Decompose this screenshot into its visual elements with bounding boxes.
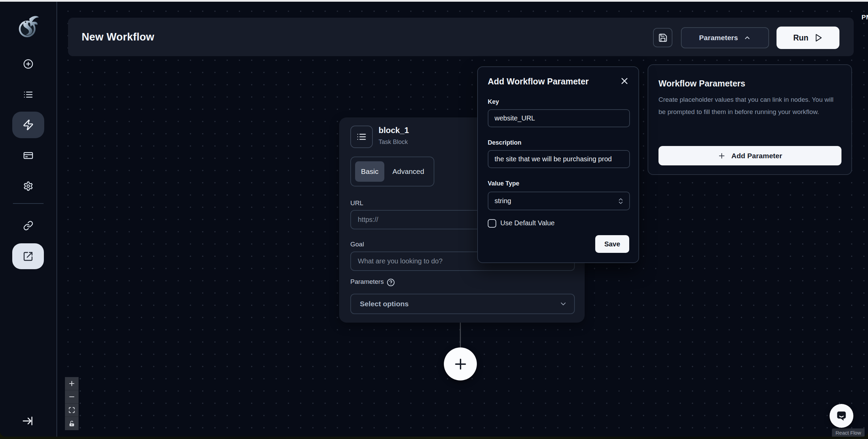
maximize-icon: [68, 407, 75, 413]
parameters-label: Parameters: [350, 278, 384, 286]
save-icon: [658, 33, 668, 43]
workflow-edge: [460, 323, 461, 350]
canvas-zoom-controls: [65, 377, 79, 430]
block-type-label: Task Block: [379, 139, 408, 146]
workflow-header: New Workflow Parameters Run: [68, 18, 854, 56]
modal-title: Add Workflow Parameter: [488, 77, 589, 86]
fit-view-button[interactable]: [65, 404, 79, 417]
zoom-in-button[interactable]: [65, 377, 79, 390]
sidebar-divider: [13, 203, 44, 204]
plus-icon: [68, 380, 76, 387]
tab-basic[interactable]: Basic: [355, 161, 384, 182]
block-tabs: Basic Advanced: [350, 157, 434, 186]
block-name[interactable]: block_1: [379, 126, 409, 135]
tab-advanced[interactable]: Advanced: [386, 161, 431, 182]
plus-icon: [718, 152, 726, 160]
chevron-up-icon: [744, 34, 751, 42]
sidebar-item-create[interactable]: [23, 59, 33, 69]
use-default-checkbox[interactable]: [488, 219, 496, 228]
sidebar-item-billing[interactable]: [23, 150, 33, 161]
close-button[interactable]: [619, 76, 630, 86]
sidebar-item-integrations[interactable]: [23, 221, 33, 231]
value-type-select[interactable]: string: [488, 192, 630, 210]
arrow-right-to-line-icon: [22, 415, 33, 427]
link-icon: [23, 221, 33, 231]
goal-label: Goal: [350, 241, 364, 248]
url-label: URL: [350, 199, 363, 207]
gear-icon: [23, 181, 33, 191]
panel-title: Workflow Parameters: [658, 79, 745, 88]
use-default-label: Use Default Value: [500, 219, 555, 227]
support-chat-button[interactable]: [830, 404, 853, 428]
minus-icon: [68, 393, 76, 401]
credit-card-icon: [23, 150, 33, 161]
external-link-icon: [23, 251, 33, 262]
value-type-label: Value Type: [488, 180, 519, 187]
add-parameter-modal: Add Workflow Parameter Key Description V…: [477, 66, 639, 263]
add-parameter-label: Add Parameter: [731, 152, 782, 160]
react-flow-attribution[interactable]: React Flow: [832, 428, 865, 437]
sidebar-item-external-active[interactable]: [12, 243, 44, 269]
workflow-parameters-panel: Workflow Parameters Create placeholder v…: [648, 64, 852, 175]
description-input[interactable]: [488, 150, 630, 168]
app-logo[interactable]: [16, 14, 40, 38]
close-icon: [619, 76, 630, 86]
dragon-logo-icon: [16, 14, 40, 38]
help-icon[interactable]: [387, 278, 395, 288]
description-label: Description: [488, 139, 521, 146]
desktop-top-strip: [0, 0, 868, 2]
page-title: New Workflow: [82, 31, 154, 43]
key-label: Key: [488, 98, 499, 105]
parameters-button-label: Parameters: [699, 34, 738, 42]
list-icon: [356, 132, 367, 142]
zoom-out-button[interactable]: [65, 390, 79, 404]
chevrons-up-down-icon: [617, 197, 624, 205]
lock-open-icon: [68, 420, 75, 427]
sidebar-collapse-button[interactable]: [22, 415, 33, 427]
sidebar-item-settings[interactable]: [23, 181, 33, 191]
plus-circle-icon: [23, 59, 33, 69]
parameters-toggle-button[interactable]: Parameters: [681, 27, 769, 48]
sidebar-item-workflows-active[interactable]: [12, 112, 44, 138]
parameters-select-placeholder: Select options: [360, 300, 409, 308]
plus-icon: [452, 356, 469, 372]
sidebar: [0, 2, 57, 437]
help-circle-icon: [387, 278, 395, 287]
run-button-label: Run: [793, 33, 808, 43]
save-parameter-button[interactable]: Save: [595, 235, 629, 253]
list-icon: [23, 90, 33, 100]
parameters-select[interactable]: Select options: [350, 294, 575, 314]
screen: PM: [0, 0, 868, 439]
play-icon: [814, 33, 823, 42]
add-block-button[interactable]: [444, 347, 477, 380]
save-button[interactable]: [653, 28, 672, 47]
panel-description: Create placeholder values that you can l…: [658, 94, 842, 118]
desktop-clock-fragment: PM: [862, 14, 868, 21]
add-parameter-button[interactable]: Add Parameter: [658, 146, 841, 165]
sidebar-item-runs[interactable]: [23, 90, 33, 100]
key-input[interactable]: [488, 109, 630, 127]
chat-bubble-icon: [835, 409, 848, 422]
zap-icon: [22, 119, 34, 131]
app-window: New Workflow Parameters Run block_1 Task…: [0, 2, 868, 437]
block-icon-box: [350, 126, 373, 148]
run-button[interactable]: Run: [777, 27, 839, 49]
save-parameter-label: Save: [604, 240, 620, 248]
chevron-down-icon: [559, 300, 567, 308]
value-type-value: string: [495, 197, 511, 205]
lock-toggle-button[interactable]: [65, 417, 79, 430]
